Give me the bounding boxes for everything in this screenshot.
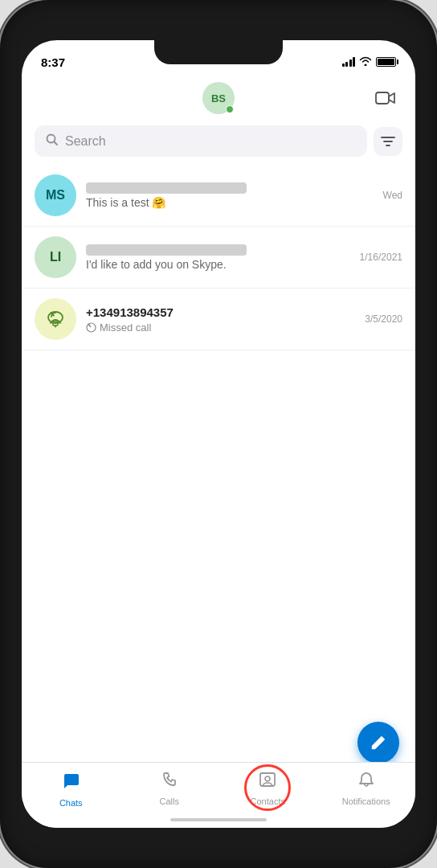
battery-icon xyxy=(376,57,396,67)
compose-button[interactable] xyxy=(357,722,399,764)
chat-date: 1/16/2021 xyxy=(360,252,402,263)
chat-info: +134913894357 Missed call xyxy=(86,305,355,334)
nav-item-calls[interactable]: Calls xyxy=(120,771,219,806)
user-avatar[interactable]: BS xyxy=(202,82,235,114)
contact-name-blurred xyxy=(86,182,247,194)
chat-item[interactable]: MS This is a test 🤗 Wed xyxy=(22,165,415,227)
video-call-button[interactable] xyxy=(372,84,399,112)
chats-icon xyxy=(61,771,80,795)
search-placeholder: Search xyxy=(65,134,106,149)
chat-name xyxy=(86,182,374,194)
contacts-icon xyxy=(259,771,276,793)
notch xyxy=(154,40,283,64)
avatar: LI xyxy=(35,236,76,278)
chat-meta: 1/16/2021 xyxy=(360,252,402,263)
search-icon xyxy=(46,133,59,149)
chat-meta: Wed xyxy=(383,190,402,201)
chat-preview: I'd like to add you on Skype. xyxy=(86,258,350,271)
online-indicator xyxy=(226,105,234,113)
nav-item-chats[interactable]: Chats xyxy=(22,771,120,808)
chat-preview: This is a test 🤗 xyxy=(86,196,374,209)
chat-name xyxy=(86,244,350,256)
bottom-nav: Chats Calls xyxy=(22,762,415,828)
search-input[interactable]: Search xyxy=(35,125,367,157)
search-bar: Search xyxy=(35,125,402,157)
notifications-icon xyxy=(357,771,375,793)
chats-label: Chats xyxy=(59,798,83,808)
chat-date: Wed xyxy=(383,190,402,201)
phone-number: +134913894357 xyxy=(86,305,355,319)
phone-screen: 8:37 xyxy=(22,40,415,828)
contact-name-blurred xyxy=(86,244,247,256)
status-icons xyxy=(342,55,397,68)
notifications-label: Notifications xyxy=(342,796,390,806)
chat-list: MS This is a test 🤗 Wed LI xyxy=(22,165,415,762)
app-header: BS xyxy=(22,76,415,122)
chat-info: I'd like to add you on Skype. xyxy=(86,244,350,271)
app-content: BS xyxy=(22,76,415,828)
chat-info: This is a test 🤗 xyxy=(86,182,374,209)
svg-point-10 xyxy=(265,776,270,781)
chat-item[interactable]: LI I'd like to add you on Skype. 1/16/20… xyxy=(22,227,415,289)
svg-rect-0 xyxy=(376,92,389,104)
calls-icon xyxy=(161,771,178,793)
avatar: MS xyxy=(35,174,76,216)
svg-rect-9 xyxy=(260,773,275,786)
chat-meta: 3/5/2020 xyxy=(365,313,402,325)
chat-date: 3/5/2020 xyxy=(365,313,402,325)
missed-call-label: Missed call xyxy=(86,321,355,334)
contacts-label: Contacts xyxy=(251,796,285,806)
nav-item-contacts[interactable]: Contacts xyxy=(218,771,317,806)
phone-frame: 8:37 xyxy=(0,0,437,868)
calls-label: Calls xyxy=(160,796,179,806)
avatar xyxy=(35,298,76,340)
signal-bars-icon xyxy=(342,57,356,67)
wifi-icon xyxy=(359,55,372,68)
filter-button[interactable] xyxy=(374,127,402,156)
home-indicator xyxy=(170,818,267,821)
nav-item-notifications[interactable]: Notifications xyxy=(317,771,416,806)
chat-item[interactable]: +134913894357 Missed call 3/5/2020 xyxy=(22,289,415,350)
status-time: 8:37 xyxy=(41,55,65,69)
